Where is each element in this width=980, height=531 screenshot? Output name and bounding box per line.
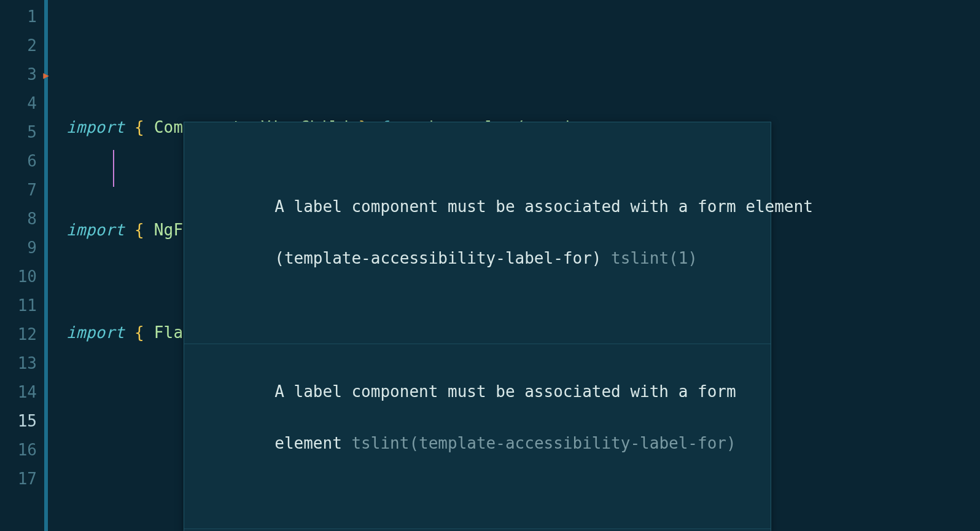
line-number: 11: [0, 291, 48, 320]
keyword-import: import: [66, 221, 125, 239]
line-number: 13: [0, 349, 48, 378]
line-number: 16: [0, 436, 48, 465]
line-number: 10: [0, 262, 48, 291]
brace: {: [134, 118, 144, 136]
keyword-import: import: [66, 118, 125, 136]
diagnostic-message: A label component must be associated wit…: [184, 159, 771, 307]
decorator: @Compo: [66, 529, 125, 531]
change-decoration: [113, 150, 114, 187]
diagnostic-text: element: [274, 434, 351, 452]
line-number: 7: [0, 176, 48, 205]
brace: {: [134, 323, 144, 342]
line-number: 5: [0, 118, 48, 147]
line-number: 6: [0, 147, 48, 176]
diagnostic-rule: (template-accessibility-label-for): [274, 249, 611, 267]
line-number: 4: [0, 89, 48, 118]
keyword-import: import: [66, 323, 125, 342]
line-number: 8: [0, 205, 48, 234]
line-number: 17: [0, 465, 48, 494]
line-number-gutter: 1 2 3 ▶ 4 5 6 7 8 9 10 11 12 13 14 15 16…: [0, 0, 48, 531]
diagnostic-source: tslint(1): [611, 249, 698, 267]
diagnostic-text: A label component must be associated wit…: [274, 382, 736, 401]
diagnostic-hover-popup: A label component must be associated wit…: [184, 122, 771, 531]
code-area[interactable]: import { Component, ViewChild } from '@a…: [48, 0, 980, 531]
code-editor[interactable]: 1 2 3 ▶ 4 5 6 7 8 9 10 11 12 13 14 15 16…: [0, 0, 980, 531]
diagnostic-actions: Quick Fix... Peek Problem: [184, 529, 771, 531]
diagnostic-text: A label component must be associated wit…: [274, 197, 813, 216]
line-number: 2: [0, 31, 48, 60]
line-number: 3 ▶: [0, 60, 48, 89]
brace: {: [134, 221, 144, 239]
line-number-current: 15: [0, 407, 48, 436]
line-number: 12: [0, 320, 48, 349]
line-number: 9: [0, 234, 48, 262]
line-number-label: 3: [27, 65, 37, 84]
diagnostic-source: tslint(template-accessibility-label-for): [351, 434, 736, 452]
line-number: 1: [0, 2, 48, 31]
line-number: 14: [0, 378, 48, 407]
diagnostic-message: A label component must be associated wit…: [184, 344, 771, 492]
